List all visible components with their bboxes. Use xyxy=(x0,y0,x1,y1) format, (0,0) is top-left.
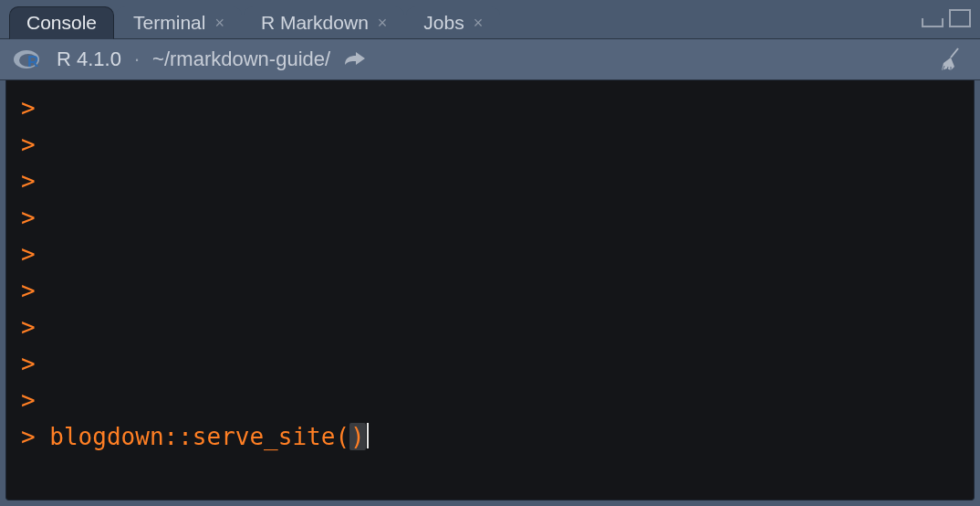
console-prompt-line: > xyxy=(21,236,959,272)
console-prompt-line: > xyxy=(21,126,959,163)
r-version-label: R 4.1.0 xyxy=(57,47,121,71)
pane-window-controls xyxy=(922,9,971,27)
tab-jobs[interactable]: Jobs × xyxy=(406,6,500,39)
text-cursor xyxy=(367,423,369,448)
tab-label: Terminal xyxy=(133,12,205,34)
matched-paren: ) xyxy=(349,423,366,450)
tab-label: Jobs xyxy=(423,12,464,34)
tab-rmarkdown[interactable]: R Markdown × xyxy=(244,6,404,39)
broom-icon[interactable] xyxy=(940,47,967,72)
console-prompt-line: > xyxy=(21,345,959,382)
console-prompt-line: > xyxy=(21,272,959,309)
console-prompt-line: > xyxy=(21,163,959,199)
minimize-icon[interactable] xyxy=(922,9,944,27)
close-icon[interactable]: × xyxy=(474,15,484,31)
close-icon[interactable]: × xyxy=(214,15,224,31)
r-logo-icon: R xyxy=(13,47,44,71)
console-prompt-line: > xyxy=(21,199,959,236)
close-icon[interactable]: × xyxy=(378,15,388,31)
console-prompt-line: > xyxy=(21,309,959,345)
svg-line-3 xyxy=(951,48,958,58)
share-arrow-icon[interactable] xyxy=(343,50,367,69)
console-prompt-line: > xyxy=(21,382,959,418)
tab-label: R Markdown xyxy=(261,12,369,34)
console-output[interactable]: >>>>>>>>>> blogdown::serve_site() xyxy=(5,80,975,501)
console-input-text: blogdown::serve_site( xyxy=(49,423,349,450)
tab-console[interactable]: Console xyxy=(9,6,114,39)
console-input-line[interactable]: > blogdown::serve_site() xyxy=(21,418,959,455)
console-pane: Console Terminal × R Markdown × Jobs × R xyxy=(0,0,980,506)
console-prompt-line: > xyxy=(21,90,959,126)
tab-terminal[interactable]: Terminal × xyxy=(116,6,242,39)
working-directory-path[interactable]: ~/rmarkdown-guide/ xyxy=(152,47,330,71)
tab-bar: Console Terminal × R Markdown × Jobs × xyxy=(0,0,980,38)
svg-text:R: R xyxy=(27,53,38,70)
console-info-bar: R R 4.1.0 · ~/rmarkdown-guide/ xyxy=(0,38,980,80)
maximize-icon[interactable] xyxy=(949,9,971,27)
tab-label: Console xyxy=(26,12,97,34)
separator-dot: · xyxy=(134,47,140,71)
